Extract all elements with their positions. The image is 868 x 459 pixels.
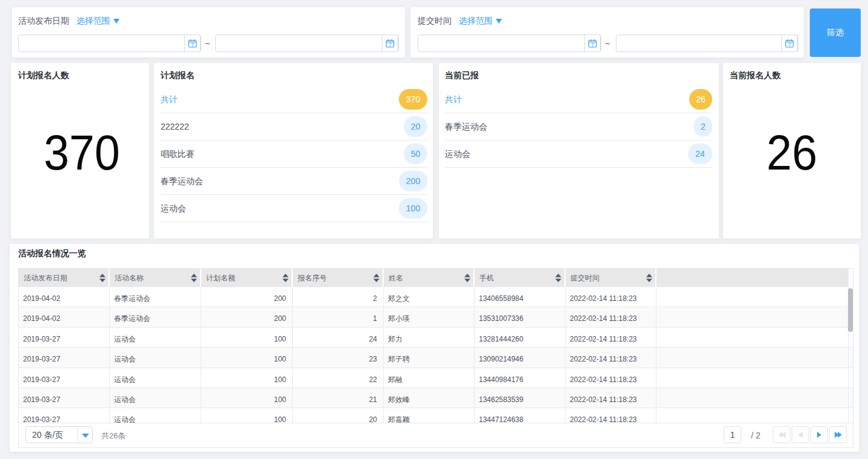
svg-text:7: 7 — [591, 42, 594, 48]
svg-text:7: 7 — [389, 42, 392, 48]
svg-text:7: 7 — [788, 42, 791, 48]
svg-text:7: 7 — [191, 42, 194, 48]
